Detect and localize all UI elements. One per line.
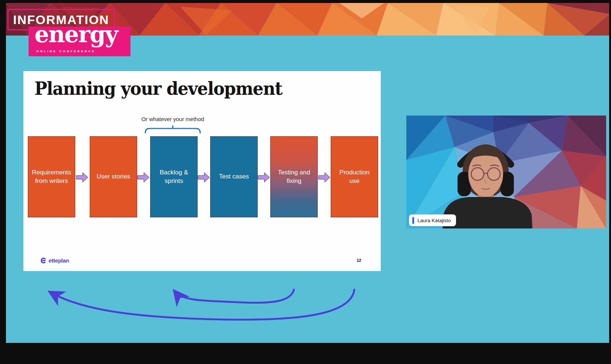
flow-box-user-stories: User stories — [90, 136, 137, 217]
conference-logo-line2: energy — [34, 21, 118, 48]
flow-box-backlog-sprints: Backlog & sprints — [150, 136, 198, 217]
speaker-video-frame — [406, 116, 606, 228]
flow-box-production-use: Production use — [331, 136, 378, 217]
flow-box-label: User stories — [94, 173, 133, 181]
speaker-accent-bar — [412, 217, 414, 224]
etteplan-logo: etteplan — [40, 257, 69, 264]
webinar-frame: INFORMATION energy ONLINE CONFERENCE Pla… — [0, 0, 611, 364]
method-annotation: Or whatever your method — [128, 116, 217, 122]
flow-box-label: Requirements from writers — [28, 168, 75, 185]
slide-title: Planning your development — [34, 78, 282, 99]
brace-icon — [145, 126, 201, 133]
etteplan-wordmark: etteplan — [49, 257, 69, 264]
letterbox-left — [0, 0, 6, 343]
speaker-name-tag: Laura Katajisto — [409, 214, 456, 226]
letterbox-right — [609, 0, 611, 343]
flow-arrow-icon — [258, 172, 270, 183]
etteplan-icon — [40, 257, 47, 264]
feedback-arrows-icon — [23, 277, 381, 336]
flow-box-test-cases: Test cases — [210, 136, 258, 217]
flow-box-label: Backlog & sprints — [151, 168, 197, 185]
conference-logo-energy: energy ONLINE CONFERENCE — [29, 27, 131, 56]
flow-box-testing-fixing: Testing and fixing — [270, 136, 318, 217]
letterbox-top — [0, 0, 611, 3]
flow-box-requirements: Requirements from writers — [28, 136, 75, 217]
flow-box-label: Production use — [331, 168, 378, 185]
conference-logo-subtitle: ONLINE CONFERENCE — [36, 50, 96, 53]
flow-arrow-icon — [198, 172, 210, 183]
flow-box-label: Test cases — [216, 173, 252, 181]
letterbox-bottom — [0, 343, 611, 364]
flow-arrow-icon — [318, 172, 331, 183]
flow-arrow-icon — [76, 172, 89, 183]
presentation-slide: Planning your development Or whatever yo… — [23, 71, 381, 271]
flow-arrow-icon — [137, 172, 150, 183]
speaker-video: Laura Katajisto — [406, 116, 606, 228]
flow-box-label: Testing and fixing — [271, 168, 317, 185]
speaker-name: Laura Katajisto — [417, 218, 451, 223]
slide-page-number: 12 — [354, 258, 363, 263]
